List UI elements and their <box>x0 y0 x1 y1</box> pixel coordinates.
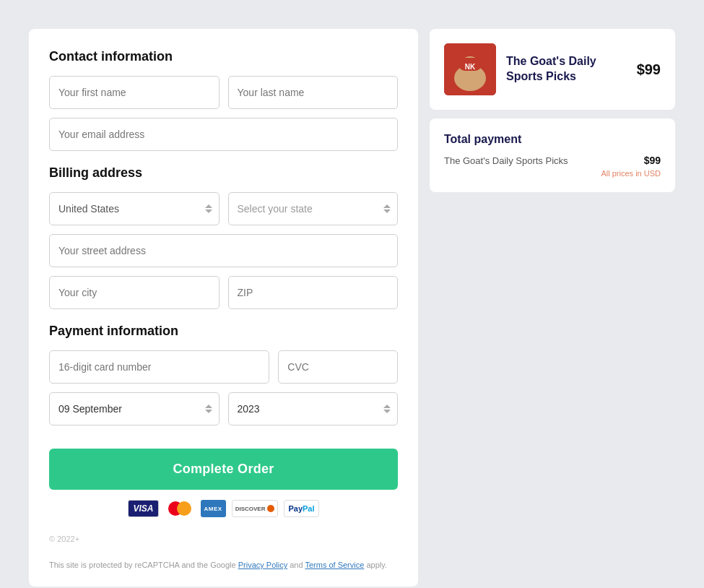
email-row <box>49 118 398 151</box>
discover-label: DISCOVER <box>235 506 266 512</box>
country-select[interactable]: United States <box>49 192 220 225</box>
year-select[interactable]: 2023 <box>228 392 399 425</box>
product-image: NK <box>444 43 496 95</box>
name-row <box>49 76 398 109</box>
svg-text:NK: NK <box>465 63 476 71</box>
card-number-input[interactable] <box>49 350 269 384</box>
copyright-text: © 2022+ <box>49 535 398 543</box>
paypal-icon: PayPal <box>284 500 318 517</box>
paypal-pay: Pay <box>288 504 303 513</box>
country-state-row: United States Select your state <box>49 192 398 225</box>
expiry-row: 09 September 2023 <box>49 392 398 425</box>
country-wrapper: United States <box>49 192 220 225</box>
last-name-input[interactable] <box>228 76 399 109</box>
product-thumbnail-svg: NK <box>444 43 496 95</box>
zip-input[interactable] <box>228 276 399 309</box>
recaptcha-text: This site is protected by reCAPTCHA and … <box>49 561 398 569</box>
discover-circle <box>267 505 274 512</box>
svg-rect-4 <box>456 62 463 66</box>
product-info: The Goat's Daily Sports Picks <box>506 54 627 85</box>
total-product-name: The Goat's Daily Sports Picks <box>444 155 568 166</box>
street-row <box>49 234 398 267</box>
paypal-pal: Pal <box>303 504 315 513</box>
total-row: The Goat's Daily Sports Picks $99 <box>444 155 661 166</box>
visa-icon: VISA <box>128 500 158 517</box>
total-label: Total payment <box>444 133 661 146</box>
apply-text: apply. <box>364 561 387 569</box>
payment-section-title: Payment information <box>49 324 398 339</box>
city-input[interactable] <box>49 276 220 309</box>
total-card: Total payment The Goat's Daily Sports Pi… <box>430 118 675 192</box>
product-price: $99 <box>637 61 661 78</box>
and-conjunction: and <box>287 561 305 569</box>
month-wrapper: 09 September <box>49 392 220 425</box>
month-select[interactable]: 09 September <box>49 392 220 425</box>
discover-icon: DISCOVER <box>232 500 279 517</box>
state-select[interactable]: Select your state <box>228 192 399 225</box>
year-wrapper: 2023 <box>228 392 399 425</box>
currency-note: All prices in USD <box>444 169 661 178</box>
footer: © 2022+ This site is protected by reCAPT… <box>49 535 398 569</box>
total-amount: $99 <box>644 155 661 166</box>
billing-section-title: Billing address <box>49 165 398 181</box>
billing-section: Billing address United States Select you… <box>49 165 398 309</box>
order-summary-panel: NK The Goat's Daily Sports Picks $99 Tot… <box>430 29 675 587</box>
city-zip-row <box>49 276 398 309</box>
product-card: NK The Goat's Daily Sports Picks $99 <box>430 29 675 110</box>
product-image-inner: NK <box>444 43 496 95</box>
first-name-input[interactable] <box>49 76 220 109</box>
mastercard-icon <box>165 500 195 517</box>
terms-of-service-link[interactable]: Terms of Service <box>305 561 364 569</box>
payment-icons-row: VISA AMEX DISCOVER PayPal <box>49 500 398 517</box>
contact-section-title: Contact information <box>49 49 398 64</box>
payment-section: Payment information 09 September <box>49 324 398 425</box>
recaptcha-prefix: This site is protected by reCAPTCHA and … <box>49 561 238 569</box>
cvc-input[interactable] <box>278 350 398 384</box>
product-name: The Goat's Daily Sports Picks <box>506 54 627 85</box>
amex-label: AMEX <box>204 506 222 512</box>
complete-order-button[interactable]: Complete Order <box>49 449 398 490</box>
card-cvc-row <box>49 350 398 384</box>
amex-icon: AMEX <box>201 500 226 517</box>
mc-yellow-circle <box>177 501 191 516</box>
privacy-policy-link[interactable]: Privacy Policy <box>238 561 287 569</box>
street-input[interactable] <box>49 234 398 267</box>
email-input[interactable] <box>49 118 398 151</box>
checkout-form: Contact information Billing address Unit… <box>29 29 418 587</box>
state-wrapper: Select your state <box>228 192 399 225</box>
